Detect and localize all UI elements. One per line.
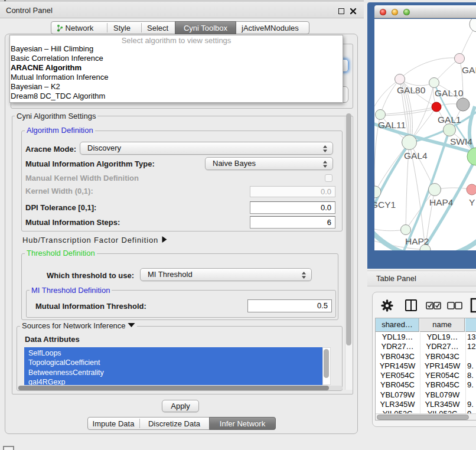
svg-text:HAP4: HAP4 <box>429 197 454 207</box>
svg-text:SWI4: SWI4 <box>450 136 472 146</box>
svg-text:GAL80: GAL80 <box>397 85 426 95</box>
svg-text:GAL2: GAL2 <box>462 65 476 75</box>
svg-text:GAL11: GAL11 <box>378 120 406 130</box>
svg-text:GAL10: GAL10 <box>435 88 464 98</box>
svg-text:HAP2: HAP2 <box>405 236 429 246</box>
svg-text:Y: Y <box>469 197 475 207</box>
svg-text:GCY1: GCY1 <box>374 200 396 210</box>
svg-text:GAL1: GAL1 <box>438 115 461 125</box>
svg-text:GAL4: GAL4 <box>404 151 428 161</box>
